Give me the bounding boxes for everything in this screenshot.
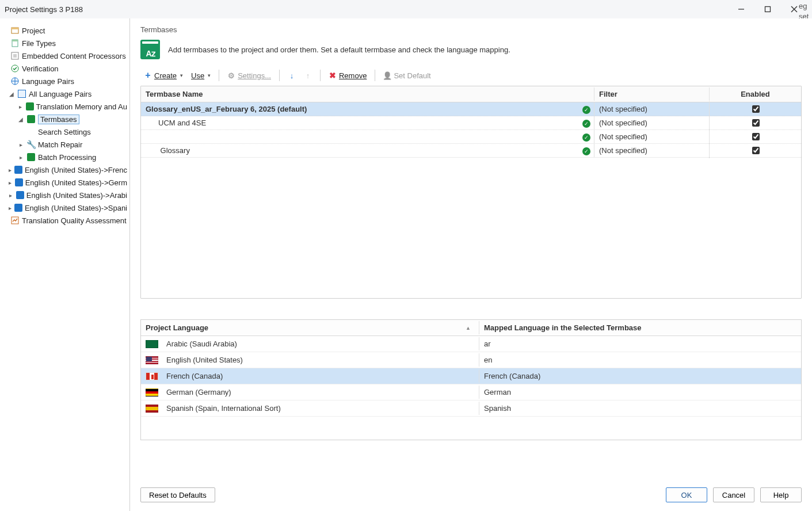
language-row[interactable]: French (Canada)French (Canada) bbox=[141, 368, 801, 384]
language-row[interactable]: Spanish (Spain, International Sort)Spani… bbox=[141, 401, 801, 417]
all-lang-pairs-icon bbox=[17, 89, 26, 98]
tree-node-file-types[interactable]: File Types bbox=[0, 37, 129, 49]
termbase-name-cell bbox=[141, 135, 578, 139]
tree-node-search-settings[interactable]: Search Settings bbox=[0, 125, 129, 138]
project-language-cell: German (Germany) bbox=[141, 386, 479, 399]
flag-icon bbox=[146, 340, 158, 348]
tree-node-all-language-pairs[interactable]: ◢ All Language Pairs bbox=[0, 87, 129, 100]
status-cell: ✓ bbox=[578, 116, 594, 130]
tree-node-match-repair[interactable]: ▸ 🔧 Match Repair bbox=[0, 138, 129, 151]
termbases-grid[interactable]: Termbase Name Filter Enabled Glossary_en… bbox=[140, 86, 802, 299]
dropdown-caret-icon: ▾ bbox=[208, 73, 211, 78]
filter-cell[interactable]: (Not specified) bbox=[594, 130, 709, 143]
tree-node-embedded-processors[interactable]: Embedded Content Processors bbox=[0, 49, 129, 62]
tree-node-lang-dir-1[interactable]: ▸ English (United States)->Germ bbox=[0, 176, 129, 189]
tree-node-tqa[interactable]: Translation Quality Assessment bbox=[0, 214, 129, 227]
project-icon bbox=[10, 26, 20, 35]
window-minimize-button[interactable] bbox=[728, 0, 754, 18]
col-header-project-language[interactable]: Project Language ▲ bbox=[141, 321, 479, 334]
gear-icon: ⚙ bbox=[227, 71, 235, 79]
panel-title: Termbases bbox=[140, 25, 802, 34]
filter-cell[interactable]: (Not specified) bbox=[594, 144, 709, 157]
arrow-down-icon: ↓ bbox=[288, 71, 296, 79]
enabled-checkbox[interactable] bbox=[752, 105, 760, 113]
filter-cell[interactable]: (Not specified) bbox=[594, 102, 709, 116]
col-header-mapped-language[interactable]: Mapped Language in the Selected Termbase bbox=[479, 321, 801, 334]
reset-defaults-button[interactable]: Reset to Defaults bbox=[140, 487, 215, 502]
tree-node-language-pairs[interactable]: Language Pairs bbox=[0, 75, 129, 87]
expand-icon[interactable]: ▸ bbox=[17, 154, 24, 161]
plus-icon: + bbox=[144, 71, 152, 79]
tqa-icon bbox=[10, 216, 20, 225]
lang-dir-icon bbox=[14, 203, 22, 212]
settings-button[interactable]: ⚙ Settings... bbox=[224, 68, 275, 82]
verification-icon bbox=[10, 64, 20, 73]
svg-rect-7 bbox=[12, 40, 18, 41]
svg-rect-1 bbox=[765, 7, 771, 12]
language-row[interactable]: German (Germany)German bbox=[141, 384, 801, 401]
mapped-language-cell[interactable]: German bbox=[479, 386, 801, 399]
status-ok-icon: ✓ bbox=[582, 106, 590, 114]
remove-button[interactable]: ✖ Remove bbox=[325, 68, 370, 82]
tree-node-batch-processing[interactable]: ▸ Batch Processing bbox=[0, 151, 129, 163]
expand-icon[interactable]: ▸ bbox=[8, 192, 14, 199]
move-up-button[interactable]: ↑ bbox=[300, 68, 315, 82]
tree-node-lang-dir-0[interactable]: ▸ English (United States)->Frenc bbox=[0, 163, 129, 176]
lang-grid-header: Project Language ▲ Mapped Language in th… bbox=[141, 320, 801, 336]
col-header-filter[interactable]: Filter bbox=[594, 87, 709, 101]
tree-node-lang-dir-3[interactable]: ▸ English (United States)->Spani bbox=[0, 201, 129, 214]
mapped-language-cell[interactable]: French (Canada) bbox=[479, 369, 801, 383]
termbase-row[interactable]: ✓(Not specified) bbox=[141, 130, 801, 144]
titlebar: Project Settings 3 P188 bbox=[0, 0, 812, 18]
ok-button[interactable]: OK bbox=[666, 487, 707, 502]
tree-node-lang-dir-2[interactable]: ▸ English (United States)->Arabi bbox=[0, 189, 129, 201]
expand-icon[interactable]: ▸ bbox=[8, 167, 12, 173]
col-header-enabled[interactable]: Enabled bbox=[709, 87, 801, 101]
expand-icon[interactable]: ▸ bbox=[17, 104, 24, 110]
termbase-row[interactable]: Glossary_enUS_ar_February 6, 2025 (defau… bbox=[141, 102, 801, 116]
set-default-button[interactable]: 👤 Set Default bbox=[380, 68, 434, 82]
flag-icon bbox=[146, 405, 158, 413]
mapped-language-cell[interactable]: en bbox=[479, 353, 801, 367]
settings-tree[interactable]: Project File Types Embedded Content Proc… bbox=[0, 18, 130, 511]
cancel-button[interactable]: Cancel bbox=[713, 487, 754, 502]
mapped-language-cell[interactable]: ar bbox=[479, 337, 801, 350]
termbase-row[interactable]: Glossary✓(Not specified) bbox=[141, 144, 801, 158]
toolbar-separator bbox=[375, 70, 375, 81]
create-button[interactable]: + Create ▾ bbox=[140, 68, 186, 82]
filter-cell[interactable]: (Not specified) bbox=[594, 116, 709, 129]
person-icon: 👤 bbox=[383, 71, 391, 79]
language-row[interactable]: English (United States)en bbox=[141, 352, 801, 368]
language-mapping-grid[interactable]: Project Language ▲ Mapped Language in th… bbox=[140, 319, 802, 440]
flag-icon bbox=[146, 372, 158, 380]
expand-icon[interactable]: ▸ bbox=[17, 142, 24, 148]
move-down-button[interactable]: ↓ bbox=[284, 68, 299, 82]
file-types-icon bbox=[10, 39, 20, 48]
tree-node-termbases[interactable]: ◢ Termbases bbox=[0, 113, 129, 125]
project-language-cell: Spanish (Spain, International Sort) bbox=[141, 402, 479, 415]
toolbar-separator bbox=[279, 70, 280, 81]
help-button[interactable]: Help bbox=[760, 487, 802, 502]
expand-icon[interactable]: ▸ bbox=[8, 180, 13, 186]
expand-icon[interactable]: ▸ bbox=[8, 205, 12, 211]
enabled-cell bbox=[709, 143, 801, 158]
termbase-name-cell: Glossary bbox=[141, 144, 578, 157]
termbase-row[interactable]: UCM and 4SE✓(Not specified) bbox=[141, 116, 801, 130]
language-row[interactable]: Arabic (Saudi Arabia)ar bbox=[141, 336, 801, 352]
tree-node-translation-memory[interactable]: ▸ Translation Memory and Au bbox=[0, 100, 129, 113]
enabled-checkbox[interactable] bbox=[752, 119, 760, 127]
collapse-icon[interactable]: ◢ bbox=[17, 116, 24, 123]
enabled-cell bbox=[709, 115, 801, 131]
tree-node-project[interactable]: Project bbox=[0, 24, 129, 37]
mapped-language-cell[interactable]: Spanish bbox=[479, 402, 801, 415]
language-pairs-icon bbox=[10, 77, 20, 86]
use-button[interactable]: Use ▾ bbox=[188, 68, 214, 82]
expand-collapse-icon[interactable]: ◢ bbox=[8, 91, 15, 97]
enabled-checkbox[interactable] bbox=[752, 133, 760, 140]
col-header-name[interactable]: Termbase Name bbox=[141, 87, 578, 101]
panel-description: Add termbases to the project and order t… bbox=[168, 45, 510, 54]
window-maximize-button[interactable] bbox=[754, 0, 781, 18]
project-language-cell: French (Canada) bbox=[141, 369, 479, 383]
enabled-checkbox[interactable] bbox=[752, 147, 760, 154]
tree-node-verification[interactable]: Verification bbox=[0, 62, 129, 75]
